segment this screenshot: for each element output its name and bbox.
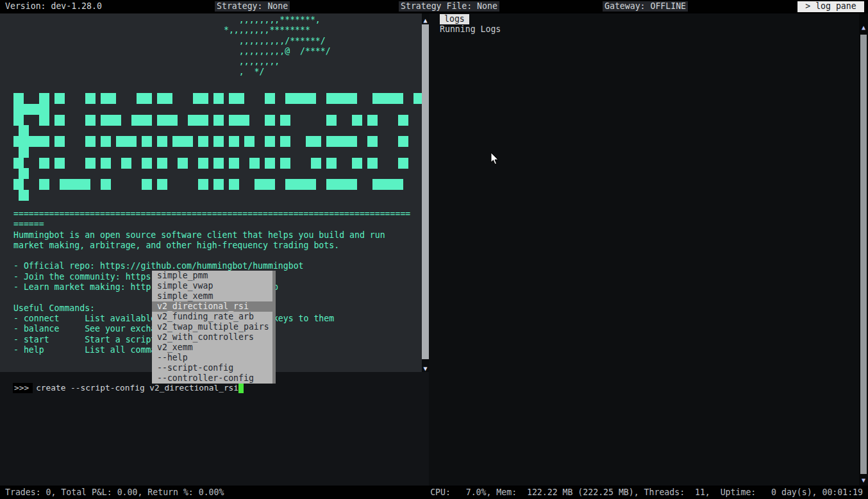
completion-dropdown: simple_pmmsimple_vwapsimple_xemmv2_direc… <box>152 271 276 384</box>
dropdown-item[interactable]: --script-config <box>152 363 276 373</box>
bottom-status-bar: Trades: 0, Total P&L: 0.00, Return %: 0.… <box>0 486 868 499</box>
banner-block <box>265 158 275 169</box>
banner-block <box>367 136 378 147</box>
dropdown-item[interactable]: v2_xemm <box>152 343 276 353</box>
banner-block <box>85 158 96 169</box>
banner-block <box>265 136 275 147</box>
log-pane-toggle-button[interactable]: > log pane <box>797 1 864 12</box>
banner-block <box>398 115 408 126</box>
top-status-bar: Version: dev-1.28.0 Strategy: None Strat… <box>0 0 868 13</box>
banner-block <box>213 158 224 169</box>
gateway-status-label: Gateway: OFFLINE <box>603 1 688 12</box>
banner-block <box>326 179 357 190</box>
banner-block <box>13 115 24 126</box>
banner-block <box>285 93 316 104</box>
banner-block <box>285 179 316 190</box>
banner-block <box>101 136 111 147</box>
trades-pnl-status: Trades: 0, Total P&L: 0.00, Return %: 0.… <box>5 487 224 498</box>
banner-block <box>178 158 188 169</box>
dropdown-item-selected[interactable]: v2_directional_rsi <box>152 301 276 312</box>
banner-block <box>372 179 403 190</box>
dropdown-item[interactable]: --controller-config <box>152 373 276 384</box>
banner-block <box>157 93 172 104</box>
banner-block <box>13 104 49 115</box>
banner-block <box>193 93 208 104</box>
text-cursor <box>238 384 244 393</box>
banner-block <box>198 179 208 190</box>
banner-block <box>13 179 24 190</box>
dropdown-item[interactable]: simple_xemm <box>152 291 276 301</box>
banner-block <box>213 93 224 104</box>
log-scroll-up-arrow-icon[interactable]: ▲ <box>859 22 868 33</box>
banner-block <box>280 115 290 126</box>
banner-block <box>213 136 224 147</box>
version-label: Version: dev-1.28.0 <box>5 1 102 12</box>
banner-block <box>54 158 65 169</box>
banner-block <box>39 93 49 104</box>
banner-block <box>265 115 275 126</box>
banner-block <box>121 158 131 169</box>
banner-block <box>188 115 208 126</box>
log-scroll-down-arrow-icon[interactable]: ▼ <box>859 475 868 486</box>
banner-block <box>157 158 167 169</box>
banner-block <box>326 115 337 126</box>
system-resources-status: CPU: 7.0%, Mem: 122.22 MB (222.25 MB), T… <box>430 487 863 498</box>
banner-block <box>142 158 152 169</box>
banner-block <box>142 136 152 147</box>
log-pane-scrollbar[interactable]: ▲ ▼ <box>859 13 868 486</box>
banner-block <box>367 115 378 126</box>
banner-block <box>19 125 29 136</box>
banner-block <box>101 158 111 169</box>
banner-block <box>137 93 152 104</box>
banner-block <box>13 158 24 169</box>
dropdown-item[interactable]: simple_vwap <box>152 281 276 291</box>
banner-block <box>85 115 96 126</box>
dropdown-item[interactable]: --help <box>152 353 276 363</box>
strategy-file-label: Strategy File: None <box>399 1 499 12</box>
banner-block <box>398 136 408 147</box>
log-scrollbar-thumb[interactable] <box>860 35 867 474</box>
banner-block <box>142 179 152 190</box>
banner-block <box>13 136 49 147</box>
banner-block <box>213 115 224 126</box>
banner-block <box>352 158 362 169</box>
command-input-area[interactable]: >>>create --script-config v2_directional… <box>0 372 429 486</box>
command-input-line[interactable]: >>>create --script-config v2_directional… <box>13 383 244 394</box>
tab-logs[interactable]: logs <box>440 14 469 24</box>
banner-block <box>39 179 49 190</box>
dropdown-item[interactable]: v2_funding_rate_arb <box>152 312 276 322</box>
banner-block <box>198 158 208 169</box>
output-scrollbar[interactable]: ▲ ▼ <box>422 13 429 372</box>
banner-block <box>326 158 337 169</box>
dropdown-item[interactable]: v2_twap_multiple_pairs <box>152 322 276 332</box>
banner-block <box>367 158 378 169</box>
banner-block <box>244 136 255 147</box>
output-scrollbar-thumb[interactable] <box>422 24 429 359</box>
dropdown-scrollbar[interactable] <box>272 271 276 384</box>
dropdown-item[interactable]: simple_pmm <box>152 271 276 281</box>
banner-block <box>39 115 49 126</box>
banner-block <box>326 93 357 104</box>
banner-block <box>60 179 90 190</box>
strategy-label: Strategy: None <box>215 1 290 12</box>
banner-block <box>54 93 65 104</box>
banner-block <box>101 179 111 190</box>
banner-block <box>101 115 121 126</box>
banner-block <box>198 136 208 147</box>
banner-block <box>157 179 167 190</box>
banner-block <box>54 115 65 126</box>
dropdown-item[interactable]: v2_with_controllers <box>152 332 276 343</box>
banner-block <box>85 136 96 147</box>
hummingbot-terminal-window: Version: dev-1.28.0 Strategy: None Strat… <box>0 0 868 499</box>
banner-block <box>157 115 178 126</box>
banner-block <box>213 179 224 190</box>
banner-block <box>326 136 357 147</box>
banner-block <box>116 136 137 147</box>
banner-block <box>101 93 116 104</box>
banner-block <box>249 158 260 169</box>
command-text[interactable]: create --script-config v2_directional_rs… <box>36 383 238 393</box>
banner-block <box>306 136 321 147</box>
banner-block <box>85 93 96 104</box>
running-logs-title: Running Logs <box>440 24 501 35</box>
banner-block <box>229 115 249 126</box>
